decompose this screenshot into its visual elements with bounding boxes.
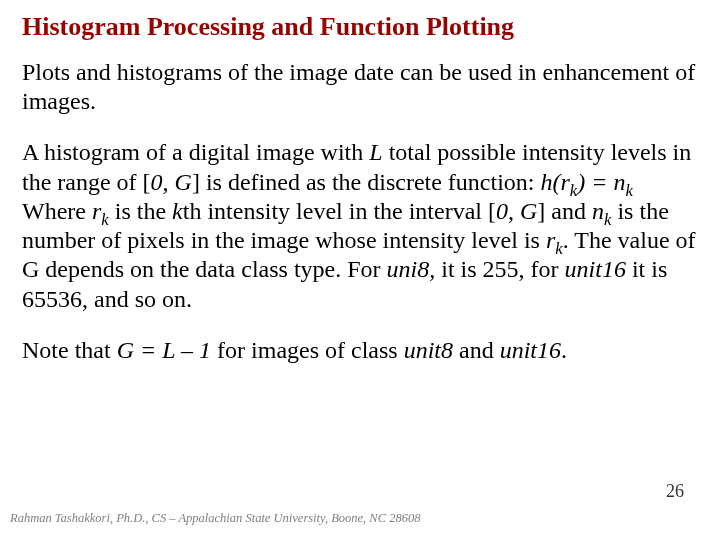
paragraph-definition: A histogram of a digital image with L to… (22, 138, 698, 314)
range-0G: 0, G (496, 198, 537, 224)
type-uni8: uni8, (387, 256, 436, 282)
text: A histogram of a digital image with (22, 139, 369, 165)
type-unit8: unit8 (404, 337, 453, 363)
text: it is 255, for (435, 256, 564, 282)
type-unit16: unit16 (565, 256, 626, 282)
var-r: r (546, 227, 555, 253)
var-r: r (92, 198, 101, 224)
text: and (453, 337, 500, 363)
eq-GL: G = L – 1 (117, 337, 211, 363)
type-unit16: unit16 (500, 337, 561, 363)
var-k: k (172, 198, 183, 224)
paragraph-note: Note that G = L – 1 for images of class … (22, 336, 698, 365)
text: ] is defined as the discrete function: (192, 169, 541, 195)
text: Where (22, 198, 92, 224)
var-L: L (369, 139, 382, 165)
text: th intensity level in the interval [ (183, 198, 496, 224)
func-h: h(r (541, 169, 570, 195)
slide-title: Histogram Processing and Function Plotti… (22, 12, 698, 42)
sub-k: k (101, 210, 108, 229)
paragraph-intro: Plots and histograms of the image date c… (22, 58, 698, 117)
text: is the (109, 198, 172, 224)
range-0G: 0, G (151, 169, 192, 195)
text: for images of class (211, 337, 404, 363)
text: ] and (537, 198, 592, 224)
footer-credit: Rahman Tashakkori, Ph.D., CS – Appalachi… (10, 511, 420, 526)
func-eq: ) = n (577, 169, 625, 195)
slide: Histogram Processing and Function Plotti… (0, 0, 720, 540)
var-n: n (592, 198, 604, 224)
text: Note that (22, 337, 117, 363)
slide-body: Plots and histograms of the image date c… (22, 58, 698, 365)
page-number: 26 (666, 481, 684, 502)
text: . (561, 337, 567, 363)
sub-k: k (626, 180, 633, 199)
